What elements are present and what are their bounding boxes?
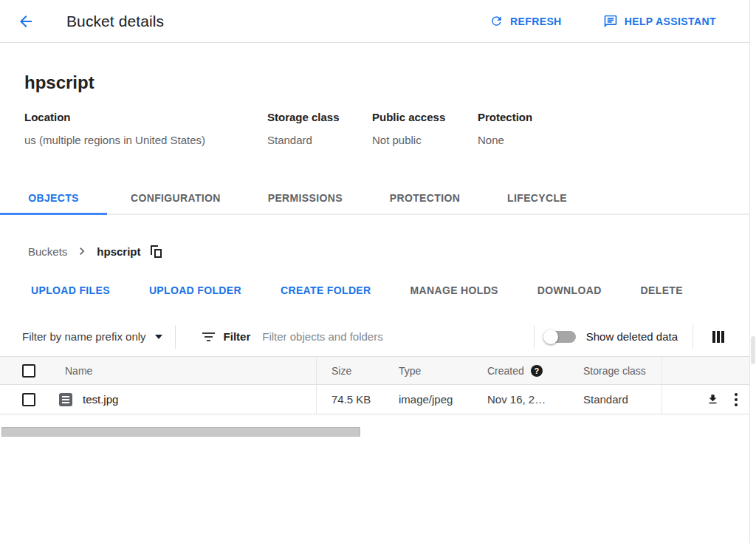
horizontal-scrollbar-thumb[interactable] [1,427,360,437]
tab-objects[interactable]: OBJECTS [0,182,107,214]
row-actions-cell [662,385,750,414]
column-header-created: Created ? [472,357,568,384]
row-type-cell: image/jpeg [384,385,472,414]
column-header-type: Type [384,357,472,384]
help-assistant-label: HELP ASSISTANT [625,16,716,27]
table-row[interactable]: test.jpg 74.5 KB image/jpeg Nov 16, 2… S… [0,385,750,414]
show-deleted-label: Show deleted data [586,330,678,343]
meta-storage-class: Storage class Standard [267,111,372,146]
vertical-scrollbar-thumb[interactable] [751,336,755,364]
more-options-icon[interactable] [733,392,739,408]
bucket-metadata: Location us (multiple regions in United … [24,111,756,146]
row-checkbox-cell [0,385,43,414]
header-checkbox-cell [0,357,43,384]
upload-files-button[interactable]: UPLOAD FILES [31,284,110,296]
filter-input[interactable] [262,330,447,343]
file-icon [59,393,72,406]
content-right-border [749,0,750,543]
caret-down-icon [155,335,162,339]
divider [693,325,693,349]
meta-public-access: Public access Not public [372,111,478,146]
row-storage-class-cell: Standard [568,385,662,414]
meta-value: Not public [372,134,478,146]
delete-button[interactable]: DELETE [641,284,683,296]
tab-lifecycle[interactable]: LIFECYCLE [484,182,591,214]
copy-icon[interactable] [151,245,162,258]
refresh-icon [489,14,504,28]
app-bar-actions: REFRESH HELP ASSISTANT [489,14,750,29]
show-deleted-toggle[interactable] [543,329,577,344]
tab-permissions[interactable]: PERMISSIONS [244,182,366,214]
tab-configuration[interactable]: CONFIGURATION [107,182,244,214]
column-header-name: Name [43,357,316,384]
upload-folder-button[interactable]: UPLOAD FOLDER [149,284,241,296]
active-tab-underline [0,213,107,215]
bucket-details-page: Bucket details REFRESH HELP ASSISTANT hp… [0,0,756,543]
filter-bar: Filter by name prefix only Filter Show d… [0,317,750,357]
breadcrumb: Buckets hpscript [28,242,756,261]
divider [534,325,535,349]
meta-protection: Protection None [478,111,532,146]
column-header-actions [662,357,750,384]
row-size-cell: 74.5 KB [316,385,384,414]
horizontal-scrollbar-track [0,426,749,438]
meta-value: None [478,134,532,146]
column-header-size: Size [316,357,384,384]
meta-value: us (multiple regions in United States) [24,134,267,146]
bucket-name-heading: hpscript [24,72,756,93]
download-icon[interactable] [707,393,719,406]
app-bar: Bucket details REFRESH HELP ASSISTANT [0,0,750,43]
object-actions-toolbar: UPLOAD FILES UPLOAD FOLDER CREATE FOLDER… [31,280,756,301]
manage-holds-button[interactable]: MANAGE HOLDS [410,284,498,296]
meta-label: Location [24,111,267,123]
row-name-cell: test.jpg [43,385,316,414]
help-assistant-button[interactable]: HELP ASSISTANT [603,14,716,29]
select-all-checkbox[interactable] [22,364,35,378]
chat-icon [603,14,618,29]
meta-label: Protection [478,111,532,123]
row-checkbox[interactable] [22,393,35,406]
meta-label: Storage class [267,111,372,123]
refresh-button[interactable]: REFRESH [489,14,562,28]
divider [175,325,176,349]
filter-scope-dropdown[interactable]: Filter by name prefix only [22,330,162,343]
objects-table: Name Size Type Created ? Storage class t… [0,357,750,414]
object-name-link[interactable]: test.jpg [83,393,118,406]
filter-scope-label: Filter by name prefix only [22,330,146,343]
page-title: Bucket details [66,13,164,30]
create-folder-button[interactable]: CREATE FOLDER [281,284,371,296]
tab-protection[interactable]: PROTECTION [366,182,484,214]
breadcrumb-buckets-link[interactable]: Buckets [28,245,67,258]
refresh-label: REFRESH [510,16,562,27]
meta-value: Standard [267,134,372,146]
table-header-row: Name Size Type Created ? Storage class [0,357,750,385]
tab-bar: OBJECTS CONFIGURATION PERMISSIONS PROTEC… [0,182,750,215]
chevron-right-icon [75,244,89,259]
filter-icon [202,332,215,341]
back-arrow-icon[interactable] [16,12,35,31]
row-created-cell: Nov 16, 2… [472,385,568,414]
column-header-storage-class: Storage class [568,357,662,384]
column-settings-icon[interactable] [712,331,724,343]
meta-label: Public access [372,111,478,123]
breadcrumb-current: hpscript [97,245,140,258]
created-help-icon[interactable]: ? [531,365,543,377]
filter-label: Filter [224,330,251,343]
meta-location: Location us (multiple regions in United … [24,111,267,146]
download-button[interactable]: DOWNLOAD [537,284,602,296]
filter-bar-right: Show deleted data [534,325,750,349]
